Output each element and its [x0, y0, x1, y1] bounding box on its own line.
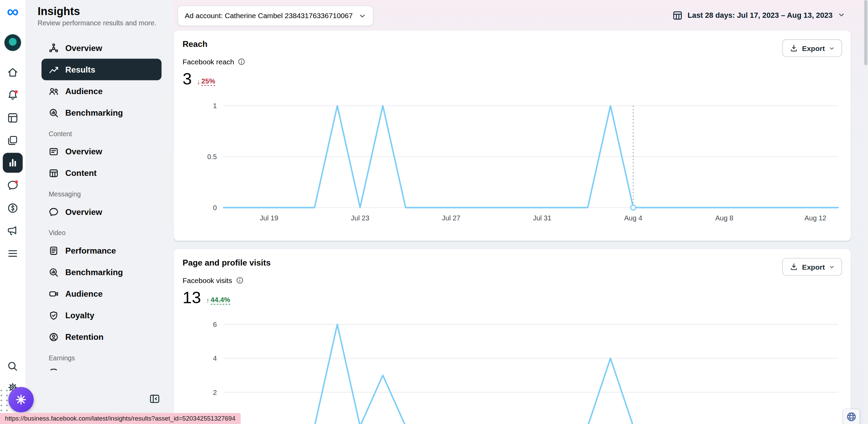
sidebar-item-label: Audience: [65, 86, 103, 95]
sidebar-item-label: Results: [65, 65, 95, 74]
all-tools-button[interactable]: [6, 247, 19, 260]
ad-account-label: Ad account: Catherine Cambel 23843176336…: [185, 12, 352, 20]
svg-text:Jul 27: Jul 27: [442, 214, 460, 222]
loyalty-badge-icon: [48, 310, 59, 321]
info-icon[interactable]: [236, 276, 244, 284]
export-label: Export: [802, 44, 825, 52]
metric-label: Facebook visits: [183, 276, 232, 284]
posts-button[interactable]: [6, 134, 19, 147]
content-grid-icon: [48, 167, 59, 178]
pages-icon: [6, 134, 19, 147]
metric-value: 3: [183, 70, 192, 88]
sidebar-item-retention[interactable]: Retention: [41, 326, 161, 348]
main-content: Ad account: Catherine Cambel 23843176336…: [173, 0, 868, 424]
performance-list-icon: [48, 245, 59, 256]
business-avatar[interactable]: [4, 34, 21, 51]
chat-bubble-icon: [6, 179, 19, 192]
sidebar-section-earnings: Earnings: [49, 354, 173, 362]
delta-value: 25%: [201, 77, 215, 86]
inbox-button[interactable]: [6, 179, 19, 192]
calendar-grid-icon: [672, 10, 683, 20]
page-scrollbar[interactable]: [864, 0, 868, 424]
bell-icon: [6, 89, 19, 101]
svg-text:4: 4: [213, 355, 217, 362]
sidebar-item-label: Performance: [65, 246, 116, 255]
content-overview-icon: [48, 146, 59, 157]
visits-card: Page and profile visits Export Facebook …: [174, 249, 851, 424]
sidebar-item-label: Retention: [65, 332, 104, 341]
svg-text:Aug 12: Aug 12: [804, 214, 826, 222]
svg-text:Jul 19: Jul 19: [260, 214, 278, 222]
metric-label: Facebook reach: [183, 57, 234, 65]
sidebar-item-label: Benchmarking: [65, 267, 123, 277]
results-trend-icon: [48, 64, 59, 75]
retention-person-icon: [48, 331, 59, 342]
sidebar-item-benchmarking[interactable]: Benchmarking: [41, 102, 161, 124]
reach-line-chart[interactable]: 00.51Jul 19Jul 23Jul 27Jul 31Aug 4Aug 8A…: [183, 91, 842, 224]
insights-sidebar: Insights Review performance results and …: [25, 0, 173, 424]
sidebar-item-video-audience[interactable]: Audience: [41, 283, 161, 305]
metric-delta[interactable]: ↓ 25%: [197, 77, 215, 86]
sidebar-item-label: Loyalty: [65, 310, 94, 320]
benchmarking-magnifier-icon: [48, 107, 59, 118]
metric-delta[interactable]: ↑ 44.4%: [206, 296, 230, 304]
planner-button[interactable]: [6, 112, 19, 124]
hamburger-menu-icon: [6, 247, 19, 260]
sidebar-item-results[interactable]: Results: [41, 59, 161, 80]
meta-logo-icon[interactable]: ∞: [4, 3, 22, 20]
visits-line-chart[interactable]: 0246Jul 19Jul 23Jul 27Jul 31Aug 4Aug 8Au…: [183, 310, 842, 424]
sidebar-item-label: Overview: [65, 207, 102, 216]
ad-account-selector[interactable]: Ad account: Catherine Cambel 23843176336…: [177, 5, 373, 26]
home-button[interactable]: [6, 66, 19, 79]
sidebar-item-loyalty[interactable]: Loyalty: [41, 305, 161, 326]
search-button[interactable]: [6, 360, 19, 373]
sidebar-item-performance[interactable]: Performance: [41, 240, 161, 261]
sidebar-item-video-benchmarking[interactable]: Benchmarking: [41, 261, 161, 283]
dollar-circle-icon: [6, 202, 19, 214]
svg-text:6: 6: [213, 321, 217, 328]
sidebar-item-content[interactable]: Content: [41, 162, 161, 184]
svg-text:Jul 23: Jul 23: [351, 214, 369, 222]
chevron-down-icon: [829, 45, 835, 51]
insights-active-tile[interactable]: [3, 153, 23, 172]
monetization-button[interactable]: [6, 202, 19, 214]
collapse-panel-icon: [149, 393, 160, 404]
date-range-selector[interactable]: Last 28 days: Jul 17, 2023 – Aug 13, 202…: [672, 7, 845, 23]
sidebar-section-content: Content: [49, 130, 173, 138]
chevron-down-icon: [838, 11, 845, 19]
sidebar-item-audience[interactable]: Audience: [41, 80, 161, 102]
delta-value: 44.4%: [211, 296, 230, 304]
sidebar-item-partial[interactable]: [48, 365, 173, 370]
megaphone-icon: [6, 225, 19, 237]
sidebar-item-content-overview[interactable]: Overview: [41, 141, 161, 162]
planner-icon: [6, 112, 19, 124]
ads-button[interactable]: [6, 225, 19, 237]
sidebar-item-messaging-overview[interactable]: Overview: [41, 201, 161, 222]
globe-icon: [846, 411, 857, 422]
sidebar-item-label: Audience: [65, 289, 103, 298]
drag-handle-dots[interactable]: [1, 390, 7, 411]
export-button[interactable]: Export: [782, 258, 842, 276]
notifications-button[interactable]: [6, 89, 19, 101]
svg-text:Aug 4: Aug 4: [624, 214, 642, 222]
sidebar-item-overview[interactable]: Overview: [41, 37, 161, 59]
svg-text:2: 2: [213, 389, 217, 396]
icon-rail: ∞: [0, 0, 25, 424]
assistant-fab-button[interactable]: [8, 387, 34, 412]
globe-badge[interactable]: [843, 409, 860, 424]
svg-text:0.5: 0.5: [207, 153, 217, 160]
info-icon[interactable]: [238, 57, 246, 65]
insights-bar-chart-icon: [7, 157, 18, 168]
svg-text:1: 1: [213, 102, 217, 110]
topbar: Ad account: Catherine Cambel 23843176336…: [173, 0, 868, 30]
app-window: ∞: [0, 0, 868, 424]
export-button[interactable]: Export: [782, 39, 842, 57]
search-icon: [6, 360, 19, 373]
sidebar-item-label: Overview: [65, 147, 102, 156]
metric-value: 13: [183, 289, 201, 307]
sidebar-collapse-button[interactable]: [149, 393, 160, 404]
sidebar-item-label: Content: [65, 168, 97, 178]
card-title: Page and profile visits: [183, 258, 271, 267]
scrollbar-thumb[interactable]: [864, 0, 868, 65]
sidebar-section-messaging: Messaging: [49, 190, 173, 198]
